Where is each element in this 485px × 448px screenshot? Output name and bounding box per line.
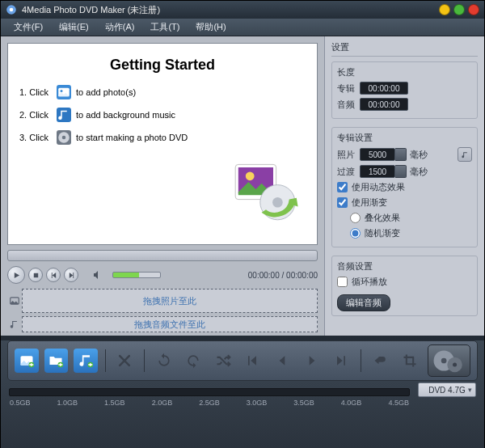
audio-dropzone[interactable]: 拖拽音频文件至此: [22, 316, 318, 332]
photo-dropzone[interactable]: 拖拽照片至此: [22, 289, 318, 313]
titlebar-title: 4Media Photo DVD Maker (未注册): [22, 4, 160, 16]
photo-duration-label: 照片: [337, 149, 360, 161]
use-transition-label: 使用渐变: [352, 197, 387, 209]
step-1-text: to add photo(s): [76, 87, 136, 97]
svg-point-18: [441, 358, 447, 364]
move-left-button[interactable]: [270, 349, 294, 373]
crop-button[interactable]: [398, 349, 422, 373]
left-pane: Getting Started 1. Click to add photo(s)…: [1, 36, 324, 336]
move-first-button[interactable]: [241, 349, 265, 373]
step-2-text: to add background music: [76, 110, 175, 120]
getting-started-row-1: 1. Click to add photo(s): [19, 85, 306, 99]
transition-duration-stepper[interactable]: [395, 165, 407, 178]
photo-duration-input[interactable]: 5000: [360, 148, 395, 161]
menu-action[interactable]: 动作(A): [97, 21, 143, 33]
tick: 2.5GB: [199, 399, 220, 407]
audio-settings-section: 音频设置 循环播放 编辑音频: [331, 256, 478, 316]
svg-point-20: [453, 363, 457, 367]
playback-controls: 00:00:00 / 00:00:00: [7, 266, 318, 284]
loop-audio-label: 循环播放: [352, 276, 387, 288]
minimize-button[interactable]: [439, 4, 450, 15]
titlebar: 4Media Photo DVD Maker (未注册): [1, 1, 484, 19]
overlap-label: 叠化效果: [365, 212, 400, 224]
add-photo-button[interactable]: [15, 349, 39, 373]
svg-point-10: [272, 197, 283, 208]
close-button[interactable]: [468, 4, 479, 15]
volume-slider[interactable]: [112, 272, 161, 278]
random-transition-radio[interactable]: 随机渐变: [350, 227, 472, 239]
preview-panel: Getting Started 1. Click to add photo(s)…: [7, 43, 318, 245]
capacity-ticks: 0.5GB 1.0GB 1.5GB 2.0GB 2.5GB 3.0GB 3.5G…: [10, 399, 409, 407]
audio-duration-label: 音频: [337, 99, 360, 111]
album-settings-header: 专辑设置: [337, 132, 472, 144]
maximize-button[interactable]: [453, 4, 465, 15]
menu-help[interactable]: 帮助(H): [188, 21, 234, 33]
duration-section: 长度 专辑 00:00:00 音频 00:00:00: [331, 61, 478, 119]
menu-tools[interactable]: 工具(T): [142, 21, 188, 33]
photo-duration-unit: 毫秒: [410, 149, 428, 161]
play-button[interactable]: [7, 266, 25, 284]
transition-duration-label: 过渡: [337, 166, 360, 178]
toolbar-separator-2: [144, 349, 145, 372]
move-right-button[interactable]: [300, 349, 324, 373]
use-motion-label: 使用动态效果: [352, 181, 405, 193]
tick: 1.0GB: [57, 399, 78, 407]
edit-audio-button[interactable]: 编辑音频: [337, 294, 390, 311]
step-2-label: 2. Click: [19, 110, 48, 120]
tick: 1.5GB: [104, 399, 125, 407]
burn-button[interactable]: [428, 344, 470, 377]
loop-audio-checkbox[interactable]: 循环播放: [337, 276, 472, 288]
music-settings-button[interactable]: [458, 147, 472, 162]
album-duration-value: 00:00:00: [360, 82, 408, 95]
disc-type-dropdown[interactable]: DVD 4.7G: [418, 382, 476, 397]
tick: 3.5GB: [293, 399, 314, 407]
use-transition-checkbox[interactable]: 使用渐变: [337, 197, 472, 209]
random-transition-label: 随机渐变: [365, 227, 400, 239]
settings-panel: 设置 长度 专辑 00:00:00 音频 00:00:00 专辑设置 照片 50…: [324, 36, 484, 336]
svg-point-3: [61, 90, 63, 92]
menu-file[interactable]: 文件(F): [6, 21, 51, 33]
settings-title: 设置: [331, 41, 478, 57]
svg-rect-11: [33, 273, 37, 277]
app-logo-icon: [6, 4, 17, 15]
next-button[interactable]: [64, 268, 78, 282]
undo-button[interactable]: [369, 349, 393, 373]
tick: 0.5GB: [10, 399, 31, 407]
stop-button[interactable]: [28, 268, 43, 282]
content: Getting Started 1. Click to add photo(s)…: [1, 36, 484, 336]
step-3-text: to start making a photo DVD: [76, 133, 188, 142]
use-motion-checkbox[interactable]: 使用动态效果: [337, 181, 472, 193]
tick: 4.5GB: [388, 399, 409, 407]
step-1-label: 1. Click: [19, 87, 48, 97]
duration-header: 长度: [337, 66, 472, 78]
transition-duration-input[interactable]: 1500: [360, 165, 395, 178]
open-folder-button[interactable]: [44, 349, 69, 373]
delete-button[interactable]: [113, 349, 137, 373]
tick: 4.0GB: [341, 399, 362, 407]
tick: 3.0GB: [247, 399, 268, 407]
capacity-row: 0.5GB 1.0GB 1.5GB 2.0GB 2.5GB 3.0GB 3.5G…: [9, 387, 476, 397]
photo-track-icon: [7, 294, 22, 308]
move-last-button[interactable]: [329, 349, 353, 373]
timeline-slider[interactable]: [7, 250, 318, 261]
toolbar: [7, 340, 478, 381]
menu-edit[interactable]: 编辑(E): [51, 21, 97, 33]
add-music-button[interactable]: [74, 349, 98, 373]
dvd-art-icon: [230, 160, 302, 225]
add-photo-icon: [57, 85, 71, 99]
prev-button[interactable]: [46, 268, 61, 282]
photo-duration-stepper[interactable]: [395, 148, 407, 161]
toolbar-separator-1: [105, 349, 106, 372]
svg-point-1: [10, 8, 14, 12]
album-settings-section: 专辑设置 照片 5000 毫秒 过渡 1500 毫秒 使用动态效果 使用渐变: [331, 127, 478, 247]
menubar: 文件(F) 编辑(E) 动作(A) 工具(T) 帮助(H): [1, 19, 484, 36]
toolbar-separator-3: [361, 349, 361, 372]
overlap-radio[interactable]: 叠化效果: [350, 212, 472, 224]
rotate-cw-button[interactable]: [182, 349, 206, 373]
shuffle-button[interactable]: [211, 349, 235, 373]
dropzones: 拖拽照片至此 拖拽音频文件至此: [7, 289, 318, 336]
playbar: 00:00:00 / 00:00:00: [7, 250, 318, 284]
rotate-ccw-button[interactable]: [152, 349, 176, 373]
getting-started-row-3: 3. Click to start making a photo DVD: [19, 130, 306, 145]
audio-settings-header: 音频设置: [337, 260, 472, 273]
